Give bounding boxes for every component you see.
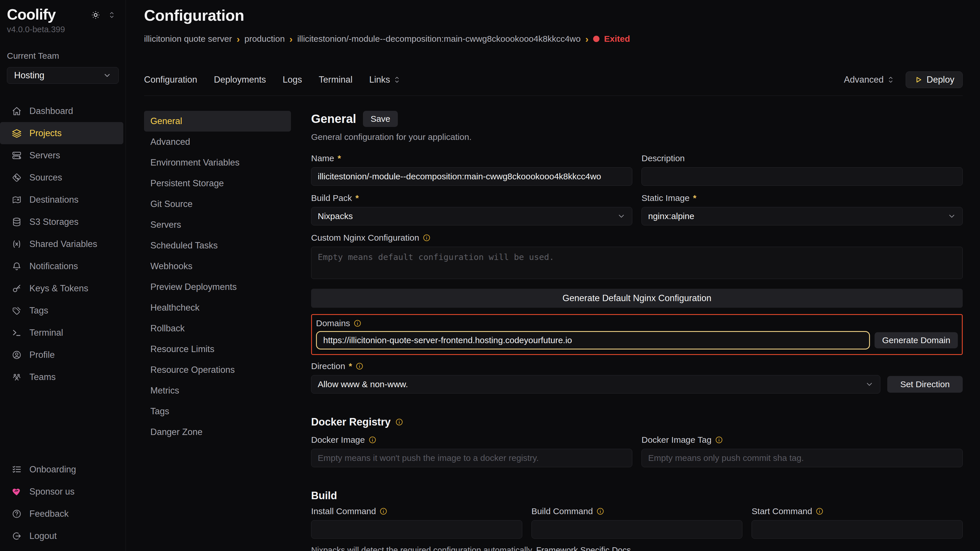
advanced-dropdown[interactable]: Advanced [844,75,894,85]
docker-image-tag-input[interactable] [641,449,963,467]
sidebar-item-destinations[interactable]: Destinations [0,189,123,211]
info-icon[interactable] [368,436,377,444]
current-team-label: Current Team [0,51,126,61]
subnav-item-preview-deployments[interactable]: Preview Deployments [144,277,291,297]
sidebar-item-label: Profile [29,350,55,360]
description-label: Description [641,154,963,163]
database-icon [11,217,22,227]
docker-image-input[interactable] [311,449,632,467]
sidebar-item-onboarding[interactable]: Onboarding [0,458,123,481]
info-icon[interactable] [353,319,361,327]
docker-registry-heading: Docker Registry [311,416,391,428]
start-command-input[interactable] [752,520,963,538]
sidebar-item-shared-variables[interactable]: Shared Variables [0,233,123,255]
subnav-item-environment-variables[interactable]: Environment Variables [144,152,291,173]
subnav-item-resource-limits[interactable]: Resource Limits [144,339,291,360]
info-icon[interactable] [715,436,723,444]
subnav-item-advanced[interactable]: Advanced [144,132,291,152]
subnav-item-persistent-storage[interactable]: Persistent Storage [144,173,291,194]
subnav-item-scheduled-tasks[interactable]: Scheduled Tasks [144,235,291,256]
team-select[interactable]: Hosting [7,67,119,84]
terminal-icon [11,328,22,338]
app-version: v4.0.0-beta.399 [0,25,126,34]
subnav-item-danger-zone[interactable]: Danger Zone [144,422,291,443]
sidebar-item-profile[interactable]: Profile [0,344,123,366]
tab-links[interactable]: Links [369,75,401,85]
save-button[interactable]: Save [363,111,398,127]
sidebar-item-label: Terminal [29,328,63,338]
info-icon[interactable] [395,418,403,426]
info-icon[interactable] [816,507,824,515]
subnav-item-resource-operations[interactable]: Resource Operations [144,360,291,380]
breadcrumb-environment[interactable]: production [244,34,285,44]
subnav-item-metrics[interactable]: Metrics [144,380,291,401]
checklist-icon [11,464,22,475]
info-icon[interactable] [596,507,605,515]
sidebar-footer: Onboarding Sponsor us Feedback Logout [0,458,126,547]
docker-image-tag-label: Docker Image Tag [641,435,963,445]
sidebar-item-sponsor[interactable]: Sponsor us [0,481,123,503]
subnav-item-servers[interactable]: Servers [144,214,291,235]
tab-logs[interactable]: Logs [283,75,302,85]
sidebar-item-s3-storages[interactable]: S3 Storages [0,211,123,233]
info-icon[interactable] [379,507,387,515]
bell-icon [11,261,22,272]
sidebar-item-feedback[interactable]: Feedback [0,503,123,525]
generate-nginx-config-button[interactable]: Generate Default Nginx Configuration [311,289,963,308]
description-input[interactable] [641,167,963,186]
static-image-select[interactable]: nginx:alpine [641,207,963,225]
docker-registry-heading-row: Docker Registry [311,416,963,428]
sidebar-item-label: Projects [29,128,62,138]
build-pack-select[interactable]: Nixpacks [311,207,632,225]
config-subnav: General Advanced Environment Variables P… [144,111,291,551]
tab-deployments[interactable]: Deployments [214,75,266,85]
sidebar-item-label: Logout [29,531,57,541]
info-icon[interactable] [423,234,431,242]
info-icon[interactable] [355,362,364,370]
required-asterisk: * [348,361,352,371]
install-command-input[interactable] [311,520,522,538]
sidebar-item-dashboard[interactable]: Dashboard [0,100,123,122]
sidebar-item-notifications[interactable]: Notifications [0,255,123,277]
tab-links-label: Links [369,75,390,85]
tab-configuration[interactable]: Configuration [144,75,197,85]
deploy-label: Deploy [927,75,955,85]
required-asterisk: * [337,154,341,163]
static-image-label: Static Image* [641,193,963,203]
domains-input[interactable] [316,331,870,349]
breadcrumb: illicitonion quote server › production ›… [144,34,963,44]
tab-terminal[interactable]: Terminal [319,75,353,85]
subnav-item-healthcheck[interactable]: Healthcheck [144,297,291,318]
theme-toggle-sun-icon[interactable] [91,10,101,20]
chevron-right-icon: › [290,34,293,44]
breadcrumb-application[interactable]: illicitestonion/-module--decomposition:m… [297,34,581,44]
tag-icon [11,305,22,316]
sidebar-item-logout[interactable]: Logout [0,525,123,547]
build-command-input[interactable] [531,520,743,538]
nginx-config-textarea[interactable] [311,247,963,279]
subnav-item-rollback[interactable]: Rollback [144,318,291,339]
framework-docs-link[interactable]: Framework Specific Docs [536,546,631,551]
subnav-item-webhooks[interactable]: Webhooks [144,256,291,277]
sidebar-item-keys-tokens[interactable]: Keys & Tokens [0,277,123,299]
direction-select[interactable]: Allow www & non-www. [311,375,880,394]
subnav-item-general[interactable]: General [144,111,291,132]
subnav-item-tags[interactable]: Tags [144,401,291,422]
sidebar-item-tags[interactable]: Tags [0,299,123,322]
sidebar-item-projects[interactable]: Projects [0,122,123,144]
deploy-button[interactable]: Deploy [906,71,963,88]
sidebar-item-teams[interactable]: Teams [0,366,123,388]
sidebar-item-sources[interactable]: Sources [0,167,123,189]
chevron-down-icon [617,212,626,221]
set-direction-button[interactable]: Set Direction [887,376,963,393]
subnav-item-git-source[interactable]: Git Source [144,194,291,214]
font-size-selector-icon[interactable] [108,11,115,19]
generate-domain-button[interactable]: Generate Domain [875,332,958,348]
breadcrumb-project[interactable]: illicitonion quote server [144,34,232,44]
docker-image-label: Docker Image [311,435,632,445]
name-input[interactable] [311,167,632,186]
sidebar-item-terminal[interactable]: Terminal [0,322,123,344]
sidebar-item-servers[interactable]: Servers [0,144,123,167]
main-content: Configuration illicitonion quote server … [126,0,980,551]
build-pack-value: Nixpacks [318,211,353,221]
